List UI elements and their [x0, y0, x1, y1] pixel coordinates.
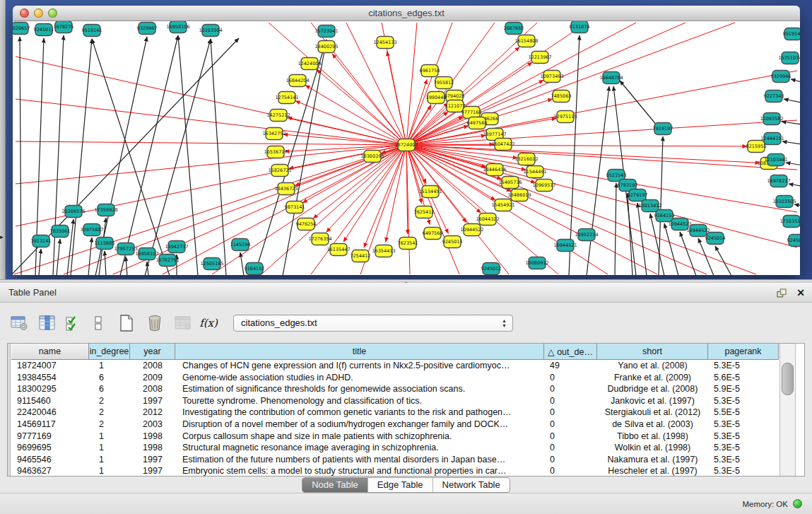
graph-node[interactable]: 6497568 — [467, 117, 488, 129]
graph-edge[interactable] — [145, 39, 211, 275]
cell-short[interactable]: Jankovic et al. (1997) — [597, 395, 708, 407]
cell-year[interactable]: 2008 — [130, 383, 175, 395]
graph-edge[interactable] — [71, 39, 92, 275]
cell-title[interactable]: Estimation of significance thresholds fo… — [175, 383, 544, 395]
graph-node[interactable]: 7955812 — [434, 77, 454, 89]
graph-edge[interactable] — [406, 23, 417, 145]
graph-node[interactable]: 10973493 — [540, 71, 563, 83]
cell-pagerank[interactable]: 5.3E-5 — [708, 431, 779, 443]
graph-edge[interactable] — [794, 204, 800, 208]
cell-title[interactable]: Genome-wide association studies in ADHD. — [175, 372, 544, 384]
graph-edge[interactable] — [240, 252, 244, 275]
delete-table-button[interactable] — [146, 314, 164, 332]
cell-year[interactable]: 2012 — [130, 407, 175, 419]
cell-pagerank[interactable]: 5.3E-5 — [708, 395, 779, 407]
graph-node[interactable]: 16135447 — [326, 244, 350, 256]
graph-node[interactable]: 17359928 — [94, 204, 117, 216]
column-header-title[interactable]: title — [175, 344, 544, 360]
graph-node[interactable]: 1990448 — [426, 92, 447, 104]
graph-node[interactable]: 7485063 — [551, 90, 572, 103]
cell-title[interactable]: Investigating the contribution of common… — [175, 407, 544, 419]
cell-out_de[interactable]: 0 — [544, 419, 597, 431]
graph-node[interactable]: 2687682 — [504, 23, 524, 35]
graph-node[interactable]: 7919197 — [653, 123, 673, 135]
table-settings-button[interactable] — [10, 314, 28, 332]
graph-node[interactable]: 17103514 — [779, 216, 800, 228]
graph-node[interactable]: 16782751 — [155, 255, 179, 267]
cell-in_degree[interactable]: 2 — [89, 395, 130, 407]
cell-pagerank[interactable]: 5.3E-5 — [708, 360, 779, 372]
graph-edge[interactable] — [587, 86, 609, 275]
scrollbar-thumb[interactable] — [782, 363, 794, 395]
cell-name[interactable]: 18724007 — [11, 360, 89, 372]
cell-out_de[interactable]: 0 — [544, 372, 597, 384]
graph-node[interactable]: 11544491 — [523, 166, 546, 178]
graph-node[interactable]: 7254412 — [351, 250, 371, 262]
graph-edge[interactable] — [628, 193, 632, 275]
cell-in_degree[interactable]: 1 — [89, 454, 130, 466]
cell-in_degree[interactable]: 2 — [89, 419, 130, 431]
graph-node[interactable]: 12213967 — [528, 52, 551, 64]
cell-pagerank[interactable]: 5.5E-5 — [708, 407, 779, 419]
graph-node[interactable]: 15751074 — [778, 52, 800, 64]
graph-node[interactable]: 9227343 — [764, 90, 784, 103]
cell-out_de[interactable]: 0 — [544, 407, 597, 419]
graph-node[interactable]: 2020657 — [13, 23, 30, 35]
cell-in_degree[interactable]: 6 — [89, 372, 130, 384]
cell-pagerank[interactable]: 5.3E-5 — [708, 454, 779, 466]
graph-edge[interactable] — [789, 184, 800, 188]
tab-edge-table[interactable]: Edge Table — [367, 478, 433, 492]
column-header-pagerank[interactable]: pagerank — [708, 344, 779, 360]
cell-in_degree[interactable]: 1 — [89, 465, 130, 477]
cell-out_de[interactable]: 0 — [544, 395, 597, 407]
graph-node[interactable]: 15826721 — [268, 165, 291, 177]
cell-short[interactable]: Dudbridge et al. (2008) — [597, 383, 708, 395]
graph-edge[interactable] — [39, 249, 41, 275]
graph-node[interactable]: 3913141 — [31, 235, 52, 247]
graph-edge[interactable] — [406, 23, 735, 145]
graph-node[interactable]: 12424004 — [298, 58, 321, 70]
graph-edge[interactable] — [784, 99, 800, 105]
graph-node[interactable]: 10103505 — [772, 196, 796, 208]
graph-node[interactable]: 17276354 — [308, 233, 331, 245]
graph-node[interactable]: 10536717 — [264, 146, 287, 158]
cell-title[interactable]: Disruption of a novel member of a sodium… — [175, 419, 544, 431]
graph-node[interactable]: 15495736 — [498, 177, 522, 189]
graph-node[interactable]: 9329967 — [137, 23, 158, 35]
graph-edge[interactable] — [20, 37, 21, 275]
graph-edge[interactable] — [782, 122, 800, 126]
cell-short[interactable]: Tibbo et al. (1998) — [597, 431, 708, 443]
graph-node[interactable]: 30975887 — [80, 224, 103, 236]
cell-title[interactable]: Changes of HCN gene expression and I(f) … — [175, 360, 544, 372]
network-canvas-svg[interactable]: 1245413318400295124240041684420412754141… — [13, 21, 800, 275]
graph-edge[interactable] — [285, 145, 406, 151]
column-header-in_degree[interactable]: in_degree — [89, 344, 130, 360]
cell-pagerank[interactable]: 5.3E-5 — [708, 465, 779, 477]
table-row[interactable]: 1938455462009Genome-wide association stu… — [11, 372, 779, 384]
cell-year[interactable]: 1998 — [130, 431, 175, 443]
graph-node[interactable]: 6961758 — [420, 65, 440, 77]
graph-node[interactable]: 16154808 — [514, 35, 538, 47]
cell-name[interactable]: 22420046 — [11, 407, 89, 419]
cell-title[interactable]: Tourette syndrome. Phenomenology and cla… — [175, 395, 544, 407]
graph-node[interactable]: 10969517 — [532, 180, 555, 192]
graph-node[interactable]: 18300295 — [360, 151, 384, 163]
column-header-year[interactable]: year — [130, 344, 175, 360]
cell-year[interactable]: 1997 — [130, 465, 175, 477]
column-header-out_de[interactable]: △ out_de… — [544, 344, 597, 360]
cell-pagerank[interactable]: 5.3E-5 — [708, 419, 779, 431]
graph-edge[interactable] — [782, 141, 800, 146]
graph-node[interactable]: 9245015 — [787, 235, 800, 247]
graph-node[interactable]: 18724007 — [394, 139, 418, 151]
table-row[interactable]: 977716911998Corpus callosum shape and si… — [11, 431, 779, 443]
cell-name[interactable]: 9777169 — [11, 431, 89, 443]
graph-node[interactable]: 9476254 — [296, 218, 317, 230]
graph-node[interactable]: 8215953 — [746, 141, 767, 153]
graph-node[interactable]: 7623541 — [398, 238, 418, 250]
graph-node[interactable]: 16047427 — [491, 139, 514, 151]
cell-short[interactable]: Franke et al. (2009) — [597, 372, 708, 384]
graph-node[interactable]: 20206576 — [61, 206, 85, 218]
cell-out_de[interactable]: 0 — [544, 442, 597, 454]
graph-edge[interactable] — [406, 145, 747, 146]
graph-node[interactable]: 1115685 — [95, 238, 115, 250]
